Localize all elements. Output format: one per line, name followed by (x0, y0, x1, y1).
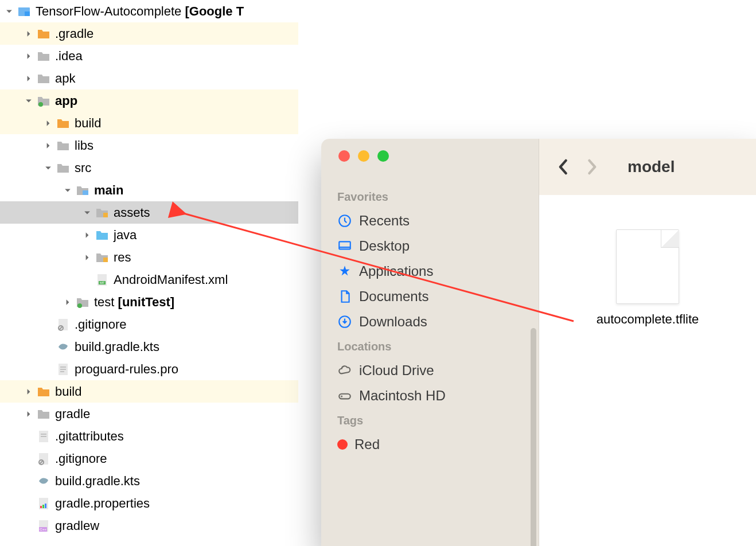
chevron-right-icon[interactable] (24, 410, 33, 419)
tree-item-label: gradle.properties (55, 496, 150, 511)
tree-item-assets[interactable]: assets (0, 201, 298, 224)
document-icon (337, 289, 352, 304)
folder-icon (37, 27, 50, 41)
finder-window: Favorites Recents Desktop Applications D… (321, 139, 756, 546)
chevron-right-icon[interactable] (24, 74, 33, 83)
sidebar-item-label: Applications (359, 263, 433, 279)
chevron-down-icon[interactable] (63, 186, 72, 195)
gitignore-file-icon (37, 452, 50, 466)
finder-sidebar: Favorites Recents Desktop Applications D… (321, 139, 539, 546)
svg-rect-1 (18, 7, 24, 10)
clock-icon (337, 213, 352, 228)
tree-item-gitignore[interactable]: .gitignore (0, 313, 298, 336)
tree-item-label: build.gradle.kts (75, 340, 159, 354)
tree-item-label: assets (114, 205, 150, 220)
tree-item-res[interactable]: res (0, 246, 298, 268)
tags-heading: Tags (321, 408, 539, 432)
tree-item-label: res (114, 250, 131, 265)
svg-point-3 (38, 102, 43, 107)
sidebar-item-desktop[interactable]: Desktop (321, 233, 539, 259)
back-button[interactable] (556, 158, 569, 176)
tree-item-test[interactable]: test [unitTest] (0, 291, 298, 313)
sidebar-item-documents[interactable]: Documents (321, 284, 539, 309)
folder-icon (37, 72, 50, 85)
finder-toolbar: model (539, 139, 756, 195)
sidebar-item-label: Downloads (359, 314, 427, 330)
sidebar-item-label: Macintosh HD (359, 388, 446, 404)
tree-item-gitignore-root[interactable]: .gitignore (0, 447, 298, 470)
chevron-right-icon[interactable] (63, 298, 72, 307)
tree-item-label: AndroidManifest.xml (114, 272, 228, 287)
svg-rect-4 (83, 190, 88, 195)
tag-red-icon (337, 439, 348, 450)
chevron-right-icon[interactable] (44, 119, 53, 128)
tree-item-build-root[interactable]: build (0, 380, 298, 403)
sidebar-item-macintosh-hd[interactable]: Macintosh HD (321, 383, 539, 408)
tree-item-build-gradle[interactable]: build.gradle.kts (0, 336, 298, 358)
tree-item-proguard[interactable]: proguard-rules.pro (0, 358, 298, 380)
tree-item-build[interactable]: build (0, 112, 298, 134)
finder-content[interactable]: autocomplete.tflite (539, 195, 756, 546)
chevron-right-icon[interactable] (83, 231, 92, 240)
tree-item-label: src (75, 161, 91, 176)
tree-item-label: build (55, 384, 81, 399)
tree-item-gradle-dir[interactable]: .gradle (0, 22, 298, 45)
tree-item-apk[interactable]: apk (0, 67, 298, 89)
resource-folder-icon (95, 206, 109, 220)
forward-button[interactable] (586, 158, 599, 176)
sidebar-item-label: Recents (359, 213, 410, 229)
maximize-button[interactable] (377, 150, 389, 162)
tree-item-gitattributes[interactable]: .gitattributes (0, 425, 298, 447)
file-label: autocomplete.tflite (597, 312, 699, 327)
svg-rect-5 (103, 213, 108, 217)
tree-item-gradle-properties[interactable]: gradle.properties (0, 492, 298, 514)
chevron-right-icon[interactable] (44, 141, 53, 150)
tree-item-gradle-folder[interactable]: gradle (0, 403, 298, 425)
tree-item-label: .gitignore (75, 317, 127, 332)
chevron-right-icon[interactable] (24, 29, 33, 38)
tree-item-gradlew[interactable]: C++ gradlew (0, 514, 298, 537)
svg-rect-32 (339, 241, 350, 249)
file-item[interactable]: autocomplete.tflite (597, 229, 699, 327)
module-folder-icon (37, 94, 50, 108)
cpp-file-icon: C++ (37, 519, 50, 533)
chevron-down-icon[interactable] (5, 7, 14, 16)
sidebar-item-recents[interactable]: Recents (321, 208, 539, 233)
tree-item-label: build (75, 116, 101, 131)
tree-item-label: TensorFlow-Autocomplete [Google T (36, 4, 244, 19)
chevron-down-icon[interactable] (83, 208, 92, 217)
svg-point-10 (77, 303, 82, 308)
folder-icon (56, 161, 70, 175)
sidebar-item-label: Desktop (359, 238, 410, 254)
tree-item-app[interactable]: app (0, 89, 298, 112)
chevron-down-icon[interactable] (24, 96, 33, 106)
sidebar-item-downloads[interactable]: Downloads (321, 309, 539, 334)
chevron-right-icon[interactable] (24, 52, 33, 61)
source-folder-icon (95, 228, 109, 242)
tree-item-src[interactable]: src (0, 157, 298, 179)
folder-icon (56, 116, 70, 130)
tree-item-main[interactable]: main (0, 179, 298, 201)
tree-item-libs[interactable]: libs (0, 134, 298, 157)
sidebar-item-icloud[interactable]: iCloud Drive (321, 358, 539, 383)
tree-item-build-gradle-root[interactable]: build.gradle.kts (0, 470, 298, 492)
tree-item-label: java (114, 228, 137, 243)
source-folder-icon (76, 184, 89, 197)
minimize-button[interactable] (358, 150, 369, 162)
close-button[interactable] (338, 150, 350, 162)
svg-rect-6 (103, 258, 108, 262)
chevron-down-icon[interactable] (44, 163, 53, 173)
chevron-right-icon[interactable] (83, 253, 92, 262)
tree-item-idea[interactable]: .idea (0, 45, 298, 67)
test-folder-icon (76, 295, 89, 309)
module-icon (17, 5, 31, 18)
sidebar-item-tag-red[interactable]: Red (321, 432, 539, 457)
tree-item-java[interactable]: java (0, 224, 298, 246)
sidebar-item-applications[interactable]: Applications (321, 259, 539, 284)
chevron-right-icon[interactable] (24, 387, 33, 396)
tree-item-manifest[interactable]: MF AndroidManifest.xml (0, 268, 298, 291)
sidebar-scrollbar[interactable] (531, 328, 536, 546)
tree-root[interactable]: TensorFlow-Autocomplete [Google T (0, 0, 298, 22)
tree-item-label: gradlew (55, 518, 99, 533)
sidebar-item-label: Documents (359, 288, 428, 305)
